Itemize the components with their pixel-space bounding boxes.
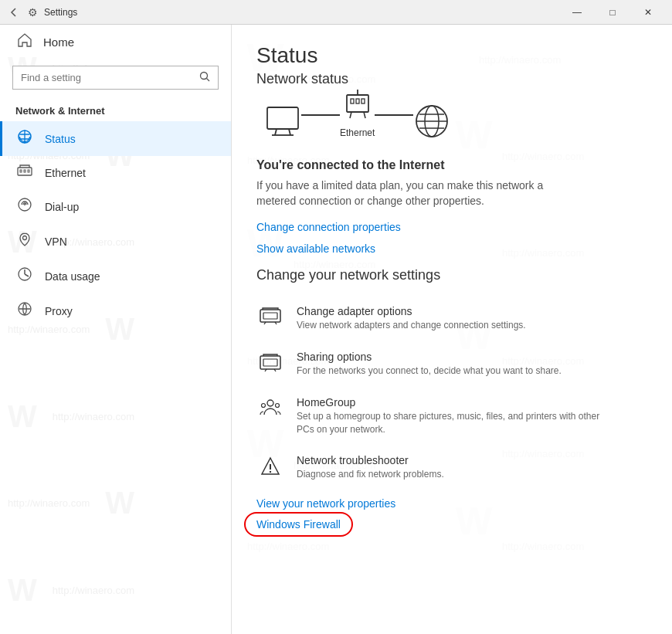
troubleshooter-icon <box>256 456 284 482</box>
adapter-name: Change adapter options <box>297 305 647 317</box>
sidebar-item-home[interactable]: Home <box>0 25 231 59</box>
close-button[interactable]: ✕ <box>630 0 666 25</box>
computer-icon <box>264 106 301 137</box>
svg-line-1 <box>207 79 210 82</box>
status-icon <box>15 129 34 148</box>
svg-rect-31 <box>267 107 298 129</box>
homegroup-desc: Set up a homegroup to share pictures, mu… <box>297 410 606 436</box>
svg-rect-40 <box>356 99 359 103</box>
sidebar-section-label: Network & Internet <box>0 96 231 121</box>
svg-text:http://winaero.com: http://winaero.com <box>247 541 329 552</box>
sidebar-item-vpn[interactable]: VPN <box>0 224 231 259</box>
svg-line-33 <box>289 129 290 135</box>
sidebar-item-datausage[interactable]: Data usage <box>0 259 231 293</box>
main-content: W http://winaero.com http://winaero.com … <box>232 25 672 634</box>
network-status-title: Network status <box>256 71 647 87</box>
setting-sharing-options[interactable]: Sharing options For the networks you con… <box>256 341 647 387</box>
connected-title: You're connected to the Internet <box>256 158 647 172</box>
setting-adapter-options[interactable]: Change adapter options View network adap… <box>256 296 647 341</box>
view-properties-link[interactable]: View your network properties <box>256 497 647 510</box>
sidebar-item-status[interactable]: Status <box>0 121 231 156</box>
svg-rect-50 <box>263 359 277 366</box>
svg-point-55 <box>276 403 280 407</box>
ethernet-icon <box>15 164 34 181</box>
sidebar-label-ethernet: Ethernet <box>45 167 86 179</box>
setting-troubleshooter[interactable]: Network troubleshooter Diagnose and fix … <box>256 445 647 491</box>
firewall-link-wrapper: Windows Firewall <box>256 518 341 531</box>
svg-point-54 <box>262 403 266 407</box>
svg-text:http://winaero.com: http://winaero.com <box>502 541 584 552</box>
sharing-name: Sharing options <box>297 351 647 363</box>
sharing-icon <box>256 352 284 377</box>
svg-point-53 <box>267 400 273 406</box>
svg-point-10 <box>23 236 27 240</box>
adapter-icon <box>256 307 284 330</box>
device-label: Ethernet <box>340 127 375 138</box>
home-label: Home <box>43 36 74 49</box>
firewall-link[interactable]: Windows Firewall <box>256 518 341 531</box>
svg-rect-41 <box>361 99 365 103</box>
troubleshooter-desc: Diagnose and fix network problems. <box>297 468 606 481</box>
homegroup-name: HomeGroup <box>297 396 647 409</box>
sidebar-label-vpn: VPN <box>45 236 67 248</box>
homegroup-icon <box>256 398 284 422</box>
internet-device <box>413 103 450 140</box>
homegroup-text: HomeGroup Set up a homegroup to share pi… <box>297 396 647 436</box>
svg-rect-6 <box>24 170 25 172</box>
search-icon <box>199 71 210 82</box>
page-title: Status <box>256 43 647 68</box>
home-icon <box>15 32 34 52</box>
setting-homegroup[interactable]: HomeGroup Set up a homegroup to share pi… <box>256 387 647 446</box>
titlebar-controls: — □ ✕ <box>559 0 666 25</box>
svg-point-0 <box>201 73 208 80</box>
net-line-2 <box>375 114 413 116</box>
sidebar-item-dialup[interactable]: Dial-up <box>0 189 231 224</box>
search-input[interactable] <box>13 67 192 88</box>
svg-rect-46 <box>263 313 277 319</box>
svg-rect-5 <box>20 170 22 172</box>
troubleshooter-text: Network troubleshooter Diagnose and fix … <box>297 454 647 481</box>
sidebar-label-dialup: Dial-up <box>45 201 79 213</box>
dialup-icon <box>15 197 34 216</box>
back-button[interactable] <box>6 5 22 20</box>
sidebar: Whttp://winaero.com http://winaero.comW … <box>0 25 232 634</box>
proxy-icon <box>15 301 34 320</box>
app-body: Whttp://winaero.com http://winaero.comW … <box>0 25 672 634</box>
sharing-text: Sharing options For the networks you con… <box>297 351 647 378</box>
sharing-desc: For the networks you connect to, decide … <box>297 364 606 378</box>
sidebar-label-proxy: Proxy <box>45 305 73 317</box>
adapter-text: Change adapter options View network adap… <box>297 305 647 332</box>
network-diagram: Ethernet <box>256 103 647 140</box>
settings-icon: ⚙ <box>28 6 38 19</box>
router-device: Ethernet <box>340 89 375 138</box>
titlebar: ⚙ Settings — □ ✕ <box>0 0 672 25</box>
svg-point-57 <box>270 471 271 473</box>
svg-rect-7 <box>28 170 29 172</box>
svg-line-38 <box>364 112 365 118</box>
sidebar-item-proxy[interactable]: Proxy <box>0 293 231 328</box>
titlebar-title: Settings <box>44 7 77 18</box>
minimize-button[interactable]: — <box>559 0 595 25</box>
globe-icon <box>413 103 450 140</box>
adapter-desc: View network adapters and change connect… <box>297 319 606 332</box>
maximize-button[interactable]: □ <box>595 0 630 25</box>
router-icon <box>344 89 372 120</box>
back-icon <box>8 6 20 19</box>
vpn-icon <box>15 232 34 251</box>
svg-rect-39 <box>351 99 354 103</box>
search-button[interactable] <box>192 66 218 89</box>
datausage-icon <box>15 266 34 286</box>
connected-desc: If you have a limited data plan, you can… <box>256 178 581 209</box>
troubleshooter-name: Network troubleshooter <box>297 454 647 466</box>
svg-line-32 <box>275 129 277 135</box>
show-networks-link[interactable]: Show available networks <box>256 242 647 255</box>
svg-point-9 <box>24 204 25 205</box>
sidebar-label-status: Status <box>45 133 76 145</box>
sidebar-item-ethernet[interactable]: Ethernet <box>0 156 231 189</box>
change-connection-link[interactable]: Change connection properties <box>256 221 647 233</box>
change-settings-title: Change your network settings <box>256 267 647 283</box>
computer-device <box>264 106 301 137</box>
bottom-links: View your network properties Windows Fir… <box>256 497 647 531</box>
titlebar-left: ⚙ Settings <box>6 5 77 20</box>
search-box <box>12 66 219 90</box>
